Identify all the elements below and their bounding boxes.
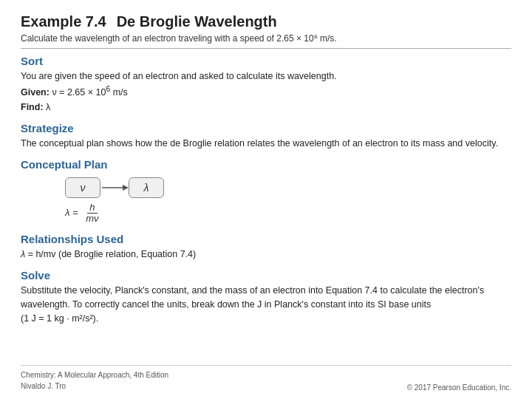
conceptual-plan-title: Conceptual Plan (21, 158, 108, 171)
footer-copyright: © 2017 Pearson Education, Inc. (407, 383, 511, 392)
arrow-right-icon (100, 181, 129, 194)
subtitle: Calculate the wavelength of an electron … (21, 33, 511, 44)
relationships-text: λ (21, 249, 25, 259)
solve-line3: (1 J = 1 kg · m²/s²). (21, 313, 98, 324)
footer: Chemistry: A Molecular Approach, 4th Edi… (21, 365, 511, 392)
strategize-body: The conceptual plan shows how the de Bro… (21, 137, 511, 151)
page: Example 7.4 De Broglie Wavelength Calcul… (0, 0, 532, 399)
sort-body-line1: You are given the speed of an electron a… (21, 71, 337, 81)
svg-marker-1 (123, 185, 129, 191)
formula-lhs: λ = (65, 207, 78, 218)
formula-fraction: h mν (83, 202, 100, 225)
solve-line2: wavelength. To correctly cancel the unit… (21, 299, 431, 310)
relationships-body: λ = h/mv (de Broglie relation, Equation … (21, 248, 511, 262)
relationships-title: Relationships Used (21, 233, 511, 245)
title-bar: Example 7.4 De Broglie Wavelength (21, 13, 511, 30)
strategize-title: Strategize (21, 122, 511, 134)
solve-line1: Substitute the velocity, Planck's consta… (21, 285, 484, 296)
box-lambda-label: λ (144, 182, 149, 194)
box-v-label: ν (81, 182, 86, 194)
footer-author: Nivaldo J. Tro (21, 381, 168, 392)
example-label: Example 7.4 (21, 13, 106, 30)
solve-body: Substitute the velocity, Planck's consta… (21, 284, 511, 325)
find-value: λ (46, 102, 50, 112)
title-divider (21, 48, 511, 49)
footer-book-title: Chemistry: A Molecular Approach, 4th Edi… (21, 369, 168, 381)
diagram-box-lambda: λ (129, 177, 164, 198)
sort-title: Sort (21, 55, 511, 67)
given-label: Given: (21, 87, 50, 98)
solve-title: Solve (21, 269, 511, 282)
page-title: De Broglie Wavelength (117, 13, 277, 30)
sort-body: You are given the speed of an electron a… (21, 69, 511, 115)
given-value: ν = 2.65 × 106 m/s (52, 87, 127, 98)
relationships-text2: = h/mv (de Broglie relation, Equation 7.… (28, 249, 197, 259)
formula-numer: h (87, 202, 97, 214)
diagram-row: ν λ (65, 177, 164, 198)
conceptual-plan-area: Conceptual Plan ν λ λ = h mν (21, 158, 511, 228)
footer-left: Chemistry: A Molecular Approach, 4th Edi… (21, 369, 168, 392)
find-label: Find: (21, 102, 44, 112)
formula-row: λ = h mν (65, 202, 101, 225)
diagram-box-v: ν (65, 177, 100, 198)
formula-denom: mν (83, 214, 100, 224)
